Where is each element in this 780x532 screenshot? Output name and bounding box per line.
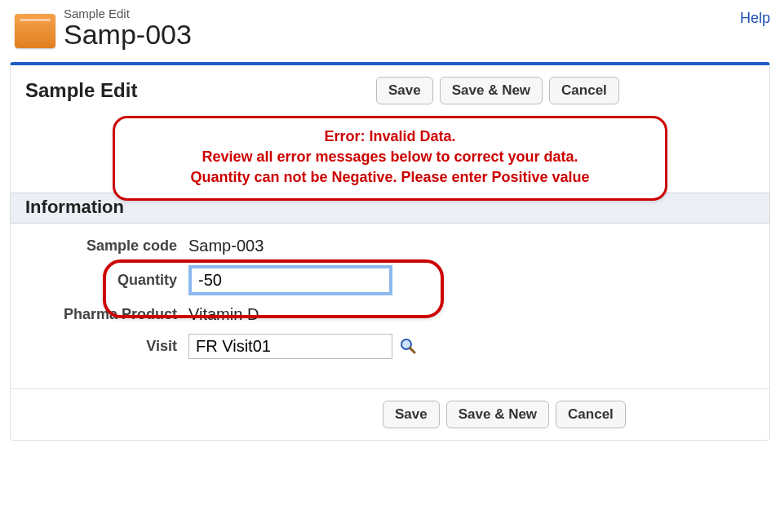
error-message: Error: Invalid Data. Review all error me… — [113, 116, 667, 201]
section-title: Information — [25, 197, 124, 217]
visit-input[interactable] — [188, 334, 392, 359]
quantity-label: Quantity — [25, 272, 188, 289]
sample-code-label: Sample code — [25, 237, 188, 255]
cancel-button-footer[interactable]: Cancel — [556, 401, 626, 428]
save-button[interactable]: Save — [376, 77, 433, 104]
quantity-input[interactable] — [188, 265, 392, 295]
svg-line-1 — [410, 348, 415, 353]
pharma-product-value: Vitamin D — [188, 305, 259, 324]
save-and-new-button[interactable]: Save & New — [440, 77, 543, 104]
visit-label: Visit — [25, 338, 188, 355]
help-link[interactable]: Help — [740, 7, 770, 27]
panel-title: Sample Edit — [25, 79, 270, 102]
pharma-product-label: Pharma Product — [25, 306, 188, 323]
error-line-3: Quantity can not be Negative. Please ent… — [130, 167, 650, 188]
error-line-2: Review all error messages below to corre… — [130, 147, 650, 167]
error-line-1: Error: Invalid Data. — [130, 126, 650, 147]
sample-code-value: Samp-003 — [188, 237, 264, 255]
save-and-new-button-footer[interactable]: Save & New — [446, 401, 549, 428]
edit-panel: Sample Edit Save Save & New Cancel Error… — [10, 62, 770, 441]
record-type-icon — [15, 14, 55, 48]
cancel-button[interactable]: Cancel — [549, 77, 619, 104]
lookup-icon[interactable] — [399, 337, 417, 355]
save-button-footer[interactable]: Save — [383, 401, 440, 428]
record-name: Samp-003 — [64, 19, 192, 51]
